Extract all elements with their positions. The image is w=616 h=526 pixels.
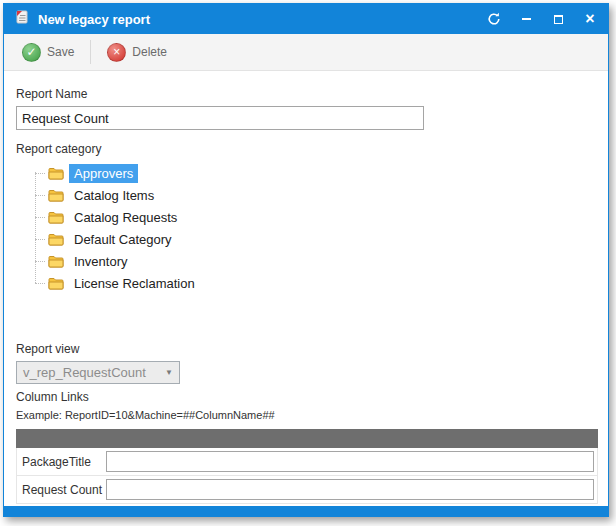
close-icon: × <box>585 12 594 26</box>
packagetitle-label: PackageTitle <box>20 455 106 469</box>
maximize-icon <box>554 15 563 24</box>
delete-button-label: Delete <box>132 45 167 59</box>
report-icon <box>14 9 30 29</box>
refresh-icon <box>487 12 501 26</box>
folder-icon <box>48 167 64 180</box>
column-links-table: PackageTitle Request Count <box>16 429 598 504</box>
report-view-select[interactable]: v_rep_RequestCount ▼ <box>16 361 180 384</box>
category-tree: Approvers Catalog Items Catalog Requests… <box>28 162 596 294</box>
save-button[interactable]: ✓ Save <box>14 38 82 67</box>
folder-icon <box>48 255 64 268</box>
window-controls: × <box>486 11 598 27</box>
table-row-packagetitle: PackageTitle <box>16 448 598 476</box>
report-name-input[interactable] <box>16 106 424 130</box>
dialog-new-legacy-report: New legacy report × ✓ Save × Delete Repo… <box>3 3 609 517</box>
request-count-input[interactable] <box>106 479 594 500</box>
tree-item-catalog-items[interactable]: Catalog Items <box>28 184 596 206</box>
tree-item-label: Catalog Items <box>69 186 159 205</box>
folder-icon <box>48 277 64 290</box>
delete-button[interactable]: × Delete <box>99 38 175 67</box>
report-name-label: Report Name <box>16 87 596 101</box>
footer-bar <box>4 506 608 516</box>
tree-item-license-reclamation[interactable]: License Reclamation <box>28 272 596 294</box>
tree-item-label: Approvers <box>69 164 138 183</box>
tree-item-label: Default Category <box>69 230 177 249</box>
report-view-label: Report view <box>16 342 596 356</box>
report-view-value: v_rep_RequestCount <box>23 365 146 380</box>
table-row-request-count: Request Count <box>16 476 598 504</box>
dialog-content: Report Name Report category Approvers Ca… <box>4 71 608 506</box>
folder-icon <box>48 233 64 246</box>
maximize-button[interactable] <box>550 11 566 27</box>
refresh-button[interactable] <box>486 11 502 27</box>
save-button-label: Save <box>47 45 74 59</box>
delete-icon: × <box>107 43 126 62</box>
minimize-icon <box>522 18 531 20</box>
tree-item-inventory[interactable]: Inventory <box>28 250 596 272</box>
column-links-label: Column Links <box>16 390 596 404</box>
tree-item-default-category[interactable]: Default Category <box>28 228 596 250</box>
close-button[interactable]: × <box>582 11 598 27</box>
tree-item-label: Inventory <box>69 252 132 271</box>
folder-icon <box>48 189 64 202</box>
toolbar-separator <box>90 40 91 64</box>
packagetitle-input[interactable] <box>106 451 594 472</box>
request-count-label: Request Count <box>20 483 106 497</box>
window-title: New legacy report <box>38 12 150 27</box>
titlebar[interactable]: New legacy report × <box>4 4 608 34</box>
chevron-down-icon: ▼ <box>165 368 173 377</box>
toolbar: ✓ Save × Delete <box>4 34 608 71</box>
folder-icon <box>48 211 64 224</box>
report-category-label: Report category <box>16 142 596 156</box>
tree-item-label: License Reclamation <box>69 274 200 293</box>
tree-item-approvers[interactable]: Approvers <box>28 162 596 184</box>
tree-item-label: Catalog Requests <box>69 208 182 227</box>
column-links-example: Example: ReportID=10&Machine=##ColumnNam… <box>16 409 596 421</box>
minimize-button[interactable] <box>518 11 534 27</box>
tree-item-catalog-requests[interactable]: Catalog Requests <box>28 206 596 228</box>
save-icon: ✓ <box>22 43 41 62</box>
column-links-table-header <box>16 429 598 448</box>
